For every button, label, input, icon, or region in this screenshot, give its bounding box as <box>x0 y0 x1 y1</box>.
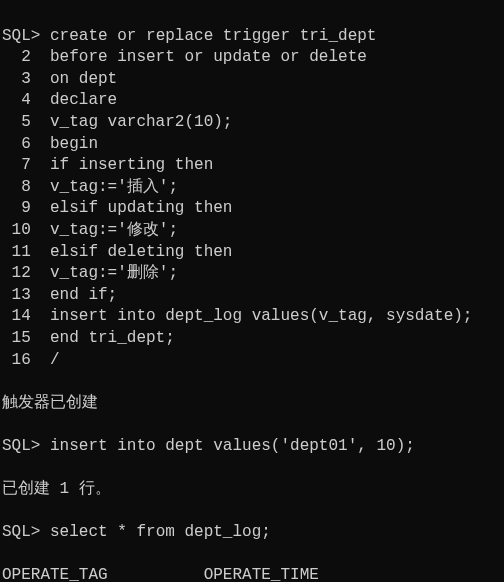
code-line: declare <box>50 91 117 109</box>
code-line: if inserting then <box>50 156 213 174</box>
code-line: v_tag:='修改'; <box>50 221 178 239</box>
code-line: begin <box>50 135 98 153</box>
code-line: elsif updating then <box>50 199 232 217</box>
col-operate-tag: OPERATE_TAG <box>2 566 108 582</box>
line-number: 14 <box>2 306 31 328</box>
code-line: elsif deleting then <box>50 243 232 261</box>
insert-cmd: insert into dept values('dept01', 10); <box>50 437 415 455</box>
code-line: v_tag:='插入'; <box>50 178 178 196</box>
line-number: 12 <box>2 263 31 285</box>
sql-terminal[interactable]: SQL> create or replace trigger tri_dept … <box>0 0 504 582</box>
col-operate-time: OPERATE_TIME <box>204 566 319 582</box>
line-number: 16 <box>2 350 31 372</box>
sql-prompt: SQL> <box>2 27 40 45</box>
line-number: 13 <box>2 285 31 307</box>
code-line: / <box>50 351 60 369</box>
code-line: v_tag:='删除'; <box>50 264 178 282</box>
line-number: 11 <box>2 242 31 264</box>
line-number: 9 <box>2 198 31 220</box>
code-line: end tri_dept; <box>50 329 175 347</box>
trigger-created-msg: 触发器已创建 <box>2 394 98 412</box>
line-number: 15 <box>2 328 31 350</box>
line-number: 7 <box>2 155 31 177</box>
sql-prompt: SQL> <box>2 523 40 541</box>
select-cmd: select * from dept_log; <box>50 523 271 541</box>
code-line: on dept <box>50 70 117 88</box>
trigger-cmd-line1: create or replace trigger tri_dept <box>50 27 376 45</box>
row-created-msg: 已创建 1 行。 <box>2 480 111 498</box>
line-number: 10 <box>2 220 31 242</box>
line-number: 4 <box>2 90 31 112</box>
line-number: 5 <box>2 112 31 134</box>
code-line: v_tag varchar2(10); <box>50 113 232 131</box>
code-line: insert into dept_log values(v_tag, sysda… <box>50 307 472 325</box>
sql-prompt: SQL> <box>2 437 40 455</box>
line-number: 3 <box>2 69 31 91</box>
line-number: 8 <box>2 177 31 199</box>
code-line: end if; <box>50 286 117 304</box>
code-line: before insert or update or delete <box>50 48 367 66</box>
line-number: 6 <box>2 134 31 156</box>
line-number: 2 <box>2 47 31 69</box>
